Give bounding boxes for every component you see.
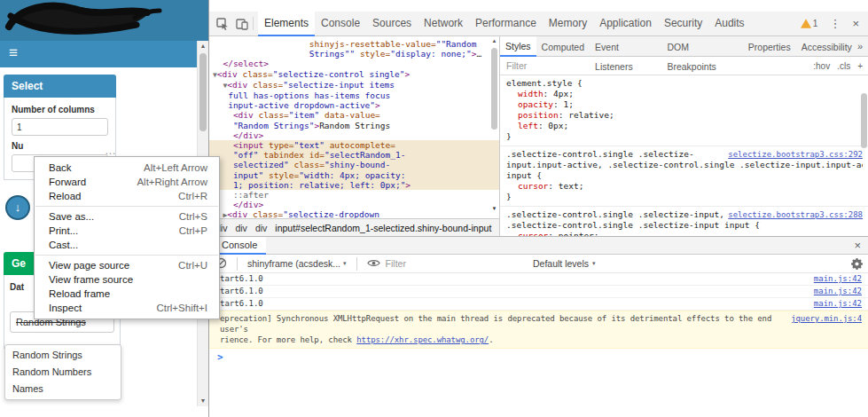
scroll-up-arrow[interactable]: ▲ [198, 41, 208, 51]
tab-sources[interactable]: Sources [366, 12, 418, 35]
breadcrumb-item[interactable]: input#selectRandom_1-selectized.shiny-bo… [275, 223, 491, 233]
dom-tree-line[interactable]: full has-options has-items focus [209, 90, 499, 100]
menu-item-cast[interactable]: Cast... [35, 238, 219, 252]
dom-tree-line[interactable]: <div class="item" data-value= [209, 110, 499, 120]
menu-item-view-frame-source[interactable]: View frame source [35, 272, 219, 287]
app-navbar: ≡ [0, 41, 208, 67]
tab-styles[interactable]: Styles [500, 36, 536, 57]
menu-item-reload-frame[interactable]: Reload frame [35, 287, 219, 301]
console-message: main.js:42tart6.1.0 [209, 286, 868, 298]
dom-tree-line[interactable]: ::after [209, 190, 499, 200]
menu-item-reload[interactable]: ReloadCtrl+R [35, 189, 219, 203]
tab-console[interactable]: Console [315, 12, 366, 35]
elements-scroll-down-arrow[interactable]: ▼ [490, 206, 498, 211]
console-prompt[interactable]: > [209, 349, 868, 363]
dom-tree-line[interactable]: selectized" class="shiny-bound- [209, 160, 499, 169]
tab-console-drawer[interactable]: Console [213, 237, 266, 255]
source-link[interactable]: main.js:42 [814, 273, 862, 285]
menu-item-inspect[interactable]: InspectCtrl+Shift+I [35, 301, 219, 315]
css-property[interactable]: position: relative; [506, 110, 863, 121]
css-property[interactable]: width: 4px; [506, 89, 863, 99]
drawer-close-icon[interactable]: × [854, 239, 861, 252]
tab-event-listeners[interactable]: Event Listeners [590, 37, 661, 56]
dom-tree-line[interactable]: Strings"" style="display: none;">… [209, 49, 499, 59]
dom-tree-line[interactable]: input-active dropdown-active"> [209, 100, 499, 110]
tab-dom-breakpoints[interactable]: DOM Breakpoints [661, 37, 742, 56]
dom-tree-line[interactable]: </div> [209, 200, 499, 209]
console-warning: jquery.min.js:4eprecation] Synchronous X… [209, 311, 868, 349]
sidebar-toggle-icon[interactable]: ≡ [9, 44, 18, 62]
tab-overflow-icon[interactable]: » [857, 41, 863, 51]
tab-computed[interactable]: Computed [536, 37, 590, 56]
dom-tree-line[interactable]: "off" tabindex id="selectRandom_1- [209, 150, 499, 160]
devtools-menu-icon[interactable]: ⋮ [829, 18, 841, 29]
dom-tree-line[interactable]: </select> [209, 59, 499, 68]
tab-performance[interactable]: Performance [469, 12, 543, 35]
tab-audits[interactable]: Audits [708, 12, 750, 35]
menu-item-back[interactable]: BackAlt+Left Arrow [35, 161, 219, 175]
toolbar-separator [356, 257, 357, 271]
tab-memory[interactable]: Memory [543, 12, 593, 35]
breadcrumb-item[interactable]: div [255, 223, 267, 233]
dom-tree-line[interactable]: ▶<div class="selectize-dropdown [209, 209, 499, 218]
dom-tree-line[interactable]: input" style="width: 4px; opacity: [209, 170, 499, 180]
menu-item-view-page-source[interactable]: View page sourceCtrl+U [35, 258, 219, 272]
console-settings-gear-icon[interactable] [851, 258, 863, 271]
source-link[interactable]: jquery.min.js:4 [791, 313, 862, 324]
breadcrumb-item[interactable]: div [235, 223, 246, 233]
console-filter-input[interactable]: Filter [386, 258, 406, 269]
console-context-selector[interactable]: shinyframe (acsdesk... ▾ [247, 258, 347, 269]
css-property[interactable]: left: 0px; [506, 121, 863, 131]
css-property[interactable]: opacity: 1; [506, 99, 863, 110]
styles-toggle[interactable]: :hov [813, 61, 830, 71]
source-link[interactable]: main.js:42 [814, 298, 862, 310]
tab-network[interactable]: Network [418, 12, 469, 35]
tab-properties[interactable]: Properties [743, 37, 796, 56]
dom-tree-line[interactable]: ▼<div class="selectize-control single"> [209, 69, 499, 80]
elements-scroll-up-arrow[interactable]: ▲ [490, 38, 498, 43]
tab-elements[interactable]: Elements [258, 12, 315, 36]
dom-tree-line[interactable]: "Random Strings">Random Strings [209, 121, 499, 130]
number-of-columns-label: Number of columns [12, 105, 108, 114]
device-toolbar-icon[interactable] [236, 18, 248, 30]
styles-scrollbar-thumb[interactable] [861, 93, 867, 148]
dom-tree-line[interactable]: 1; position: relative; left: 0px;"> [209, 180, 499, 190]
warnings-badge[interactable]: 1 [801, 19, 818, 28]
devtools-close-icon[interactable]: × [852, 18, 859, 29]
devtools-panel: ElementsConsoleSourcesNetworkPerformance… [208, 0, 868, 417]
tab-accessibility[interactable]: Accessibility [796, 37, 857, 56]
tab-application[interactable]: Application [593, 12, 658, 35]
console-url-link[interactable]: https://xhr.spec.whatwg.org/ [356, 335, 489, 344]
scribbled-logo [2, 0, 163, 41]
styles-toggle[interactable]: .cls [837, 61, 850, 71]
tab-security[interactable]: Security [658, 12, 708, 35]
dom-tree-line[interactable]: shinyjs-resettable-value=""Random [209, 39, 499, 49]
styles-toggle[interactable]: + [857, 61, 863, 71]
scrollbar-thumb[interactable] [199, 53, 207, 131]
css-property[interactable]: cursor: text; [506, 181, 863, 192]
inspect-element-icon[interactable] [216, 18, 229, 30]
console-levels-label: Default levels [533, 258, 589, 269]
stylesheet-link[interactable]: selectize.bootstrap3.css:288 [728, 209, 863, 220]
scroll-down-arrow[interactable]: ▼ [198, 396, 208, 406]
dom-tree-line[interactable]: ▼<div class="selectize-input items [209, 80, 499, 90]
menu-item-forward[interactable]: ForwardAlt+Right Arrow [35, 175, 219, 189]
menu-item-save-as[interactable]: Save as...Ctrl+S [35, 209, 219, 224]
styles-rules: element.style {width: 4px;opacity: 1;pos… [500, 75, 868, 236]
more-options-ellipsis-icon[interactable]: … [105, 144, 117, 157]
dom-tree-line[interactable]: <input type="text" autocomplete= [209, 140, 499, 150]
console-levels-dropdown[interactable]: Default levels ▾ [533, 258, 596, 269]
source-link[interactable]: main.js:42 [814, 286, 862, 297]
menu-item-print[interactable]: Print...Ctrl+P [35, 224, 219, 238]
live-expression-eye-icon[interactable] [367, 258, 380, 270]
styles-filter-input[interactable]: Filter [506, 60, 527, 71]
console-toolbar: shinyframe (acsdesk... ▾ Filter Default … [209, 255, 868, 273]
elements-scrollbar-thumb[interactable] [491, 48, 497, 130]
dropdown-option[interactable]: Random Numbers [5, 364, 121, 381]
dropdown-option[interactable]: Random Strings [5, 347, 121, 364]
stylesheet-link[interactable]: selectize.bootstrap3.css:292 [728, 149, 863, 160]
download-button[interactable]: ↓ [5, 195, 30, 220]
number-of-columns-input[interactable] [12, 118, 108, 136]
dom-tree-line[interactable]: </div> [209, 130, 499, 140]
dropdown-option[interactable]: Names [5, 381, 121, 397]
